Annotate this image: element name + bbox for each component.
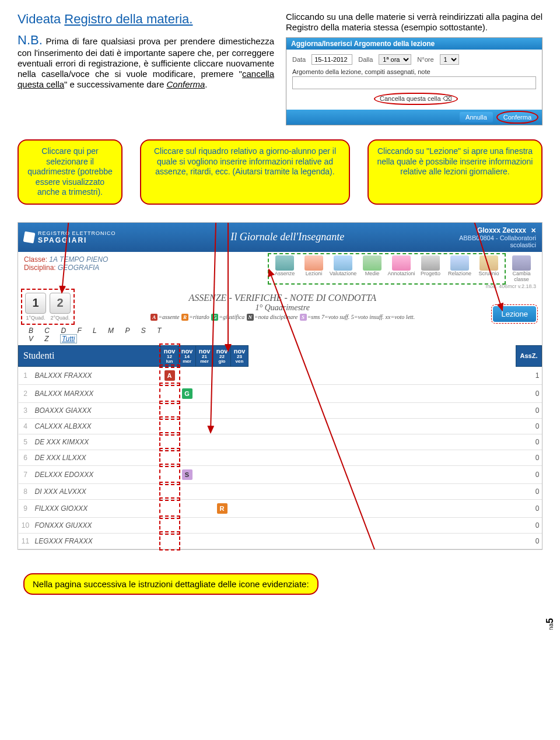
- cell[interactable]: [196, 418, 214, 434]
- assz-value: 0: [516, 517, 542, 533]
- modal-nore-select[interactable]: 1: [440, 54, 459, 65]
- cell[interactable]: [161, 483, 178, 499]
- tool-assenze[interactable]: Assenze: [270, 255, 299, 282]
- conferma-button[interactable]: Conferma: [498, 112, 537, 122]
- cell[interactable]: A: [161, 366, 178, 384]
- letter-c[interactable]: C: [44, 327, 50, 335]
- cell[interactable]: [196, 517, 214, 533]
- cell[interactable]: S: [178, 465, 196, 483]
- cell[interactable]: [161, 533, 178, 549]
- table-row: 4 CALXXX ALBXXX 0: [19, 418, 542, 434]
- modal-dalla-select[interactable]: 1ª ora: [379, 54, 411, 65]
- cell[interactable]: [178, 517, 196, 533]
- cell[interactable]: [231, 366, 249, 384]
- cell[interactable]: [196, 450, 214, 465]
- cell[interactable]: [231, 450, 249, 465]
- modal-arg-input[interactable]: [292, 76, 536, 89]
- tool-medie[interactable]: Medie: [358, 255, 387, 282]
- lezione-button[interactable]: Lezione: [493, 306, 536, 322]
- tool-lezioni[interactable]: Lezioni: [299, 255, 328, 282]
- cell[interactable]: [161, 465, 178, 483]
- cell[interactable]: [178, 366, 196, 384]
- row-num: 4: [19, 418, 33, 434]
- cell[interactable]: [161, 517, 178, 533]
- cell[interactable]: [214, 384, 231, 402]
- letter-l[interactable]: L: [93, 327, 97, 335]
- quad2-button[interactable]: 2: [50, 293, 71, 314]
- cell[interactable]: [178, 418, 196, 434]
- cell[interactable]: [231, 483, 249, 499]
- letter-t[interactable]: T: [157, 327, 161, 335]
- cell[interactable]: [196, 402, 214, 418]
- cell[interactable]: [231, 384, 249, 402]
- th-day-0[interactable]: nov12lun: [161, 345, 178, 366]
- th-day-1[interactable]: nov14mer: [178, 345, 196, 366]
- modal-data-input[interactable]: [312, 54, 352, 65]
- letter-p[interactable]: P: [125, 327, 130, 335]
- cell[interactable]: [231, 499, 249, 517]
- cell[interactable]: [214, 402, 231, 418]
- cell[interactable]: R: [214, 499, 231, 517]
- letter-s[interactable]: S: [141, 327, 146, 335]
- cell[interactable]: [214, 434, 231, 450]
- th-day-4[interactable]: nov23ven: [231, 345, 249, 366]
- letter-z[interactable]: Z: [44, 335, 48, 343]
- cell[interactable]: [178, 402, 196, 418]
- cell[interactable]: G: [178, 384, 196, 402]
- cell[interactable]: [161, 402, 178, 418]
- cell[interactable]: [161, 384, 178, 402]
- cell[interactable]: [178, 434, 196, 450]
- cell[interactable]: [161, 434, 178, 450]
- cell[interactable]: [231, 402, 249, 418]
- cell[interactable]: [231, 533, 249, 549]
- cell[interactable]: [196, 465, 214, 483]
- tool-cambia-classe[interactable]: Cambia classe: [507, 255, 536, 282]
- cell[interactable]: [178, 483, 196, 499]
- cell[interactable]: [196, 483, 214, 499]
- cell[interactable]: [231, 418, 249, 434]
- row-num: 10: [19, 517, 33, 533]
- letter-f[interactable]: F: [77, 327, 81, 335]
- cell[interactable]: [178, 450, 196, 465]
- tool-progetto[interactable]: Progetto: [416, 255, 445, 282]
- cell[interactable]: [214, 450, 231, 465]
- letter-d[interactable]: D: [61, 327, 66, 335]
- th-studenti: Studenti: [19, 345, 161, 366]
- cell[interactable]: [231, 465, 249, 483]
- cell[interactable]: [196, 366, 214, 384]
- cell[interactable]: [214, 418, 231, 434]
- quad1-button[interactable]: 1: [25, 293, 46, 314]
- page-number: Pagina5: [545, 618, 555, 630]
- cell[interactable]: [231, 434, 249, 450]
- cell[interactable]: [161, 450, 178, 465]
- tool-valutazione[interactable]: Valutazione: [328, 255, 358, 282]
- cell[interactable]: [196, 499, 214, 517]
- cell[interactable]: [214, 366, 231, 384]
- letter-v[interactable]: V: [29, 335, 33, 343]
- cell[interactable]: [196, 384, 214, 402]
- cell[interactable]: [178, 499, 196, 517]
- cell[interactable]: [214, 483, 231, 499]
- cell[interactable]: [161, 418, 178, 434]
- close-icon[interactable]: ✕: [531, 227, 536, 234]
- cell[interactable]: [231, 517, 249, 533]
- letter-m[interactable]: M: [108, 327, 114, 335]
- cell[interactable]: [196, 533, 214, 549]
- cancel-cell-link[interactable]: Cancella questa cella ⌫: [374, 93, 458, 105]
- students-grid: Studenti nov12lun nov14mer nov21mer nov2…: [18, 345, 542, 549]
- cell[interactable]: [196, 434, 214, 450]
- annulla-button[interactable]: Annulla: [460, 112, 493, 122]
- cell[interactable]: [214, 517, 231, 533]
- cell[interactable]: [161, 499, 178, 517]
- th-day-2[interactable]: nov21mer: [196, 345, 214, 366]
- letter-b[interactable]: B: [29, 327, 33, 335]
- tool-relazione[interactable]: Relazione: [445, 255, 474, 282]
- cell[interactable]: [214, 533, 231, 549]
- letter-tutti[interactable]: Tutti: [60, 334, 76, 343]
- th-day-3[interactable]: nov22gio: [214, 345, 231, 366]
- tool-scrutinio[interactable]: Scrutinio: [474, 255, 503, 282]
- assz-value: 0: [516, 533, 542, 549]
- tool-annotazioni[interactable]: Annotazioni: [387, 255, 416, 282]
- cell[interactable]: [178, 533, 196, 549]
- cell[interactable]: [214, 465, 231, 483]
